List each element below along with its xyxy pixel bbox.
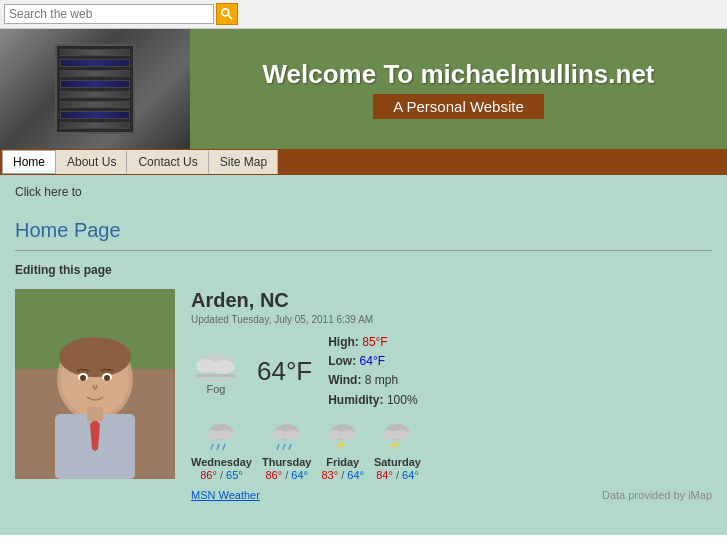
condition-label: Fog xyxy=(207,383,226,395)
svg-line-29 xyxy=(283,444,285,450)
fog-svg xyxy=(191,348,241,383)
svg-line-28 xyxy=(277,444,279,450)
forecast-thursday: Thursday 86° / 64° xyxy=(262,418,312,481)
weather-details: High: 85°F Low: 64°F Wind: 8 mph Humidit… xyxy=(328,333,417,410)
weather-info: Arden, NC Updated Tuesday, July 05, 2011… xyxy=(191,289,712,501)
click-here-text: Click here to xyxy=(15,185,712,199)
main-content: Click here to Home Page Editing this pag… xyxy=(0,175,727,535)
divider xyxy=(15,250,712,251)
svg-point-21 xyxy=(216,430,234,440)
search-button[interactable] xyxy=(216,3,238,25)
weather-wind: Wind: 8 mph xyxy=(328,371,417,390)
svg-point-27 xyxy=(282,430,300,440)
svg-point-16 xyxy=(211,360,235,374)
weather-high: High: 85°F xyxy=(328,333,417,352)
forecast-friday: Friday 83° / 64° xyxy=(321,418,363,481)
nav-about[interactable]: About Us xyxy=(56,150,127,174)
search-input[interactable] xyxy=(4,4,214,24)
svg-point-6 xyxy=(59,337,131,377)
page-header: Welcome To michaelmullins.net A Personal… xyxy=(0,29,727,149)
nav-contact[interactable]: Contact Us xyxy=(127,150,208,174)
nav-sitemap[interactable]: Site Map xyxy=(209,150,278,174)
nav-home[interactable]: Home xyxy=(2,150,56,174)
forecast-icon-thu xyxy=(269,418,305,454)
weather-condition-icon: Fog xyxy=(191,348,241,395)
forecast-icon-wed xyxy=(203,418,239,454)
svg-line-24 xyxy=(223,444,225,450)
site-subtitle: A Personal Website xyxy=(373,94,544,119)
person-silhouette xyxy=(15,289,175,479)
page-title: Home Page xyxy=(15,219,712,242)
editing-label: Editing this page xyxy=(15,263,712,277)
search-bar xyxy=(0,0,727,29)
svg-line-30 xyxy=(289,444,291,450)
svg-marker-38 xyxy=(391,440,399,452)
weather-widget: Arden, NC Updated Tuesday, July 05, 2011… xyxy=(15,289,712,501)
svg-marker-34 xyxy=(337,440,345,452)
svg-rect-18 xyxy=(199,379,233,382)
svg-rect-17 xyxy=(196,374,236,377)
msn-weather-link[interactable]: MSN Weather xyxy=(191,489,260,501)
navigation: Home About Us Contact Us Site Map xyxy=(0,149,727,175)
svg-point-13 xyxy=(104,375,110,381)
forecast-icon-fri xyxy=(325,418,361,454)
svg-point-37 xyxy=(392,430,410,440)
svg-line-22 xyxy=(211,444,213,450)
svg-line-1 xyxy=(228,15,232,19)
data-credit: Data provided by iMap xyxy=(602,489,712,501)
forecast-saturday: Saturday 84° / 64° xyxy=(374,418,421,481)
person-photo xyxy=(15,289,175,479)
svg-rect-9 xyxy=(87,407,103,421)
weather-current: Fog 64°F High: 85°F Low: 64°F Wind: 8 mp… xyxy=(191,333,712,410)
weather-city: Arden, NC xyxy=(191,289,712,312)
svg-point-0 xyxy=(222,9,229,16)
site-title: Welcome To michaelmullins.net xyxy=(262,59,654,90)
weather-low: Low: 64°F xyxy=(328,352,417,371)
weather-temp: 64°F xyxy=(257,356,312,387)
forecast-icon-sat xyxy=(379,418,415,454)
svg-point-33 xyxy=(338,430,356,440)
svg-line-23 xyxy=(217,444,219,450)
header-text-area: Welcome To michaelmullins.net A Personal… xyxy=(190,59,727,119)
weather-humidity: Humidity: 100% xyxy=(328,391,417,410)
weather-footer: MSN Weather Data provided by iMap xyxy=(191,489,712,501)
server-rack xyxy=(55,44,135,134)
weather-updated: Updated Tuesday, July 05, 2011 6:39 AM xyxy=(191,314,712,325)
svg-point-12 xyxy=(80,375,86,381)
weather-forecast: Wednesday 86° / 65° Thursday xyxy=(191,418,712,481)
header-image xyxy=(0,29,190,149)
search-icon xyxy=(220,7,234,21)
forecast-wednesday: Wednesday 86° / 65° xyxy=(191,418,252,481)
